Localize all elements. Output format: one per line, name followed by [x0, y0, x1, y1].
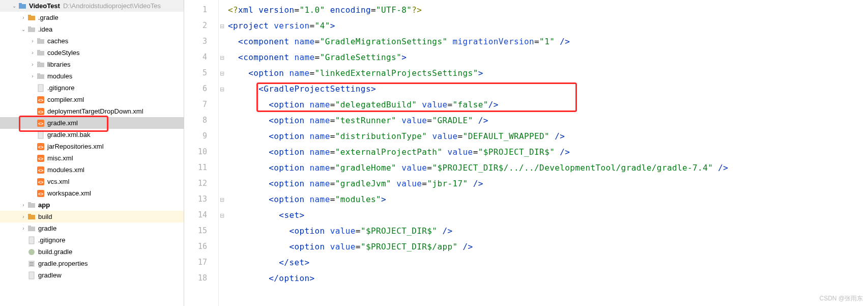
token-attr: migrationVersion [453, 37, 535, 46]
tree-item-gradle-properties[interactable]: gradle.properties [0, 258, 184, 269]
token-pik: xml [238, 5, 253, 15]
fold-toggle[interactable]: ⊟ [219, 18, 226, 34]
tree-item-caches[interactable]: ›caches [0, 35, 184, 47]
token-punc [228, 68, 248, 78]
token-str: "$PROJECT_DIR$/app" [361, 242, 458, 252]
code-line[interactable]: <set> [226, 207, 868, 223]
token-str: "$PROJECT_DIR$" [361, 226, 438, 236]
chevron-down-icon[interactable]: ⌄ [20, 26, 26, 33]
tree-item-label: gradle.properties [38, 260, 88, 267]
code-line[interactable]: <component name="GradleMigrationSettings… [226, 34, 868, 49]
token-punc [228, 179, 269, 188]
code-line[interactable]: <project version="4"> [226, 18, 868, 34]
fold-toggle[interactable]: ⊟ [219, 65, 226, 81]
leaf-icon [37, 72, 45, 80]
chevron-right-icon[interactable]: › [30, 62, 36, 68]
tree-item-jarrepositories-xml[interactable]: <>jarRepositories.xml [0, 141, 184, 152]
tree-item--gradle[interactable]: ›.gradle [0, 12, 184, 23]
token-punc [228, 273, 269, 283]
code-line[interactable]: <option value="$PROJECT_DIR$/app" /> [226, 239, 868, 255]
token-tag: > [299, 210, 304, 220]
fold-gutter[interactable]: ⊟⊟⊟⊟⊟⊟ [219, 0, 226, 306]
chevron-down-icon[interactable]: ⌄ [11, 3, 17, 9]
code-line[interactable]: <option name="linkedExternalProjectsSett… [226, 65, 868, 81]
tree-item-libraries[interactable]: ›libraries [0, 59, 184, 70]
fold-toggle[interactable]: ⊟ [219, 207, 226, 223]
fold-toggle[interactable]: ⊟ [219, 49, 226, 65]
code-line[interactable]: <option name="modules"> [226, 191, 868, 207]
xml-icon: <> [37, 119, 45, 127]
tree-item-label: jarRepositories.xml [47, 143, 104, 150]
code-area[interactable]: <?xml version="1.0" encoding="UTF-8"?><p… [226, 0, 868, 306]
svg-rect-13 [37, 73, 40, 75]
chevron-right-icon[interactable]: › [20, 202, 26, 208]
tree-item-misc-xml[interactable]: <>misc.xml [0, 152, 184, 164]
tree-item-label: build.gradle [38, 248, 72, 256]
token-punc [228, 226, 289, 236]
line-number-gutter: 123456789101112131415161718 [184, 0, 219, 306]
tree-item-build-gradle[interactable]: build.gradle [0, 246, 184, 258]
svg-rect-8 [37, 51, 44, 55]
chevron-right-icon[interactable]: › [20, 15, 26, 21]
code-line[interactable]: <option name="delegatedBuild" value="fal… [226, 97, 868, 113]
tree-item-label: gradle.xml.bak [47, 131, 91, 138]
tree-item-workspace-xml[interactable]: <>workspace.xml [0, 187, 184, 199]
fold-minus-icon: ⊟ [220, 87, 225, 92]
tree-item-gradlew[interactable]: gradlew [0, 269, 184, 281]
token-tag: > [478, 68, 483, 78]
tree-item-gradle-xml[interactable]: <>gradle.xml [0, 117, 184, 129]
code-line[interactable]: <component name="GradleSettings"> [226, 49, 868, 65]
token-punc [391, 179, 396, 188]
chevron-right-icon[interactable]: › [30, 38, 36, 44]
tree-item--idea[interactable]: ⌄.idea [0, 23, 184, 35]
chevron-right-icon[interactable]: › [30, 50, 36, 56]
fold-toggle [219, 113, 226, 128]
token-tag: < [238, 52, 243, 62]
code-line[interactable]: </set> [226, 255, 868, 270]
tree-item-gradle-xml-bak[interactable]: gradle.xml.bak [0, 129, 184, 141]
code-line[interactable]: <GradleProjectSettings> [226, 81, 868, 97]
token-tag: < [269, 194, 274, 204]
tree-item--gitignore[interactable]: .gitignore [0, 82, 184, 94]
code-line[interactable]: <?xml version="1.0" encoding="UTF-8"?> [226, 2, 868, 18]
token-str: "externalProjectPath" [335, 147, 443, 157]
tree-item-codestyles[interactable]: ›codeStyles [0, 47, 184, 59]
token-tag: < [228, 21, 233, 31]
code-line[interactable]: <option name="gradleHome" value="$PROJEC… [226, 160, 868, 176]
tree-item-build[interactable]: ›build [0, 211, 184, 222]
project-icon [18, 2, 26, 10]
token-str: "4" [315, 21, 330, 31]
tree-item-videotest[interactable]: ⌄VideoTestD:\Androidstudioproject\VideoT… [0, 0, 184, 12]
fold-toggle[interactable]: ⊟ [219, 191, 226, 207]
token-tag: option [253, 68, 289, 78]
tree-item-app[interactable]: ›app [0, 199, 184, 211]
svg-rect-32 [28, 203, 35, 208]
tree-item-modules[interactable]: ›modules [0, 70, 184, 82]
svg-rect-37 [28, 226, 31, 227]
code-line[interactable]: </option> [226, 270, 868, 286]
tree-item-compiler-xml[interactable]: <>compiler.xml [0, 94, 184, 105]
chevron-right-icon[interactable]: › [20, 226, 26, 232]
tree-item-deploymenttargetdropdown-xml[interactable]: <>deploymentTargetDropDown.xml [0, 105, 184, 117]
code-line[interactable]: <option name="externalProjectPath" value… [226, 144, 868, 160]
project-tree[interactable]: ⌄VideoTestD:\Androidstudioproject\VideoT… [0, 0, 184, 306]
code-line[interactable]: <option name="distributionType" value="D… [226, 128, 868, 144]
tree-item-label: caches [47, 37, 68, 45]
tree-item-modules-xml[interactable]: <>modules.xml [0, 164, 184, 176]
code-editor[interactable]: 123456789101112131415161718 ⊟⊟⊟⊟⊟⊟ <?xml… [184, 0, 868, 306]
tree-item-label: vcs.xml [47, 178, 69, 185]
tree-item-vcs-xml[interactable]: <>vcs.xml [0, 176, 184, 187]
tree-item-label: codeStyles [47, 49, 80, 57]
token-punc [228, 258, 279, 267]
code-line[interactable]: <option name="testRunner" value="GRADLE"… [226, 113, 868, 128]
fold-toggle[interactable]: ⊟ [219, 81, 226, 97]
chevron-right-icon[interactable]: › [20, 214, 26, 220]
code-line[interactable]: <option name="gradleJvm" value="jbr-17" … [226, 176, 868, 191]
tree-item--gitignore[interactable]: .gitignore [0, 234, 184, 246]
chevron-right-icon[interactable]: › [30, 73, 36, 79]
code-line[interactable]: <option value="$PROJECT_DIR$" /> [226, 223, 868, 239]
token-punc: = [356, 226, 361, 236]
tree-item-gradle[interactable]: ›gradle [0, 222, 184, 234]
line-number: 5 [186, 65, 218, 81]
token-punc [228, 147, 269, 157]
